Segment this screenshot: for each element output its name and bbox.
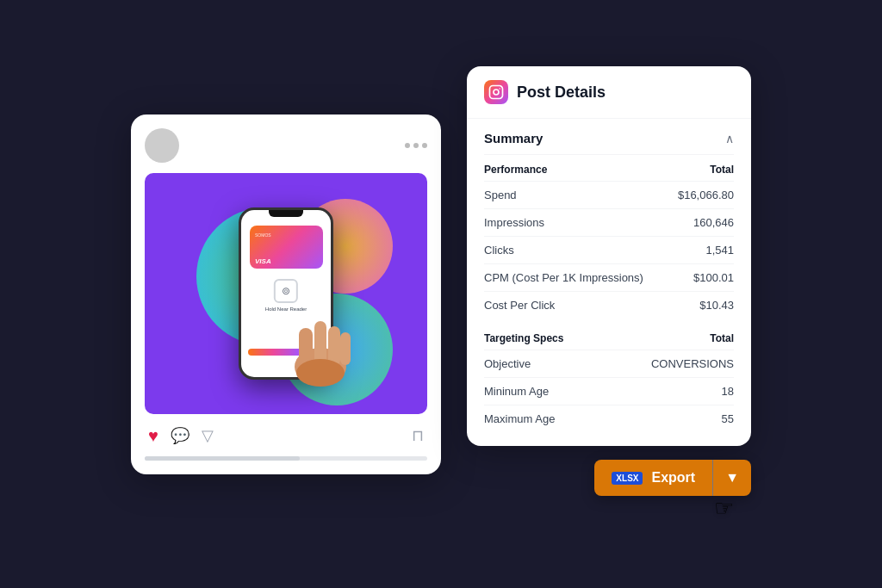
instagram-icon <box>484 80 508 104</box>
dot-3 <box>422 143 427 148</box>
export-main-button[interactable]: XLSX Export <box>594 460 712 496</box>
performance-col-header: Performance <box>484 155 669 182</box>
row-value: 1,541 <box>669 237 735 264</box>
footer-icons: ♥ 💬 ▽ <box>148 426 214 446</box>
table-row: Cost Per Click $10.43 <box>484 292 734 319</box>
post-image: SOMOS VISA ⊚ Hold Near Reader <box>145 173 427 414</box>
row-value: 55 <box>606 405 734 433</box>
total-col-header: Total <box>669 155 735 182</box>
table-row: Maximum Age 55 <box>484 405 734 433</box>
summary-section: Summary ∧ Performance Total Spend $16,06… <box>467 119 751 446</box>
post-card-header <box>145 128 427 163</box>
credit-card: SOMOS VISA <box>250 226 323 269</box>
table-row: Mininum Age 18 <box>484 378 734 405</box>
svg-rect-3 <box>328 326 340 366</box>
svg-rect-4 <box>340 332 351 365</box>
summary-label: Summary <box>484 131 543 145</box>
post-card-footer: ♥ 💬 ▽ ⊓ <box>145 426 427 446</box>
panel-title: Post Details <box>517 84 606 102</box>
phone-illustration: SOMOS VISA ⊚ Hold Near Reader <box>239 207 333 380</box>
row-value: $10.43 <box>669 292 735 319</box>
export-dropdown-button[interactable]: ▼ <box>713 460 751 496</box>
comment-icon[interactable]: 💬 <box>171 426 189 445</box>
svg-point-5 <box>296 359 345 387</box>
row-label: Impressions <box>484 209 669 237</box>
row-value: $100.01 <box>669 264 735 292</box>
scene: SOMOS VISA ⊚ Hold Near Reader <box>131 66 751 522</box>
somos-label: SOMOS <box>255 232 271 238</box>
table-row: Spend $16,066.80 <box>484 182 734 209</box>
chevron-up-icon: ∧ <box>725 132 734 145</box>
targeting-total-header: Total <box>606 324 734 350</box>
bookmark-icon[interactable]: ⊓ <box>412 426 424 445</box>
export-button-group[interactable]: XLSX Export ▼ <box>594 460 751 496</box>
table-row: Impressions 160,646 <box>484 209 734 237</box>
targeting-table: Targeting Specs Total Objective CONVERSI… <box>484 324 734 432</box>
heart-icon[interactable]: ♥ <box>148 426 158 446</box>
phone-notch <box>269 210 303 217</box>
dot-2 <box>413 143 419 148</box>
visa-label: VISA <box>255 257 271 265</box>
targeting-col-header: Targeting Specs <box>484 324 606 350</box>
row-value: $16,066.80 <box>669 182 735 209</box>
svg-point-7 <box>494 90 499 95</box>
cursor-pointer: ☞ <box>714 495 734 522</box>
svg-rect-6 <box>490 86 503 99</box>
progress-bar-fill <box>145 456 300 461</box>
row-label: Cost Per Click <box>484 292 669 319</box>
row-label: Objective <box>484 350 606 378</box>
post-details-panel: Post Details Summary ∧ Performance Total <box>467 66 751 446</box>
dot-1 <box>405 143 410 148</box>
row-label: CPM (Cost Per 1K Impressions) <box>484 264 669 292</box>
row-value: 18 <box>606 378 734 405</box>
svg-point-8 <box>499 88 500 90</box>
row-label: Spend <box>484 182 669 209</box>
dropdown-chevron-icon: ▼ <box>725 470 739 486</box>
table-row: Objective CONVERSIONS <box>484 350 734 378</box>
export-label: Export <box>651 470 695 486</box>
progress-bar <box>145 456 427 461</box>
table-row: CPM (Cost Per 1K Impressions) $100.01 <box>484 264 734 292</box>
row-label: Mininum Age <box>484 378 606 405</box>
avatar <box>145 128 179 163</box>
summary-toggle[interactable]: Summary ∧ <box>484 119 734 155</box>
xlsx-badge: XLSX <box>612 472 643 485</box>
row-label: Maximum Age <box>484 405 606 433</box>
hand-illustration <box>286 302 355 388</box>
performance-table: Performance Total Spend $16,066.80 Impre… <box>484 155 734 319</box>
nfc-icon: ⊚ <box>274 279 298 303</box>
row-label: Clicks <box>484 237 669 264</box>
post-card: SOMOS VISA ⊚ Hold Near Reader <box>131 115 441 474</box>
row-value: CONVERSIONS <box>606 350 734 378</box>
panel-header: Post Details <box>467 66 751 119</box>
row-value: 160,646 <box>669 209 735 237</box>
dots-menu[interactable] <box>405 143 427 148</box>
table-row: Clicks 1,541 <box>484 237 734 264</box>
filter-icon[interactable]: ▽ <box>202 426 214 445</box>
